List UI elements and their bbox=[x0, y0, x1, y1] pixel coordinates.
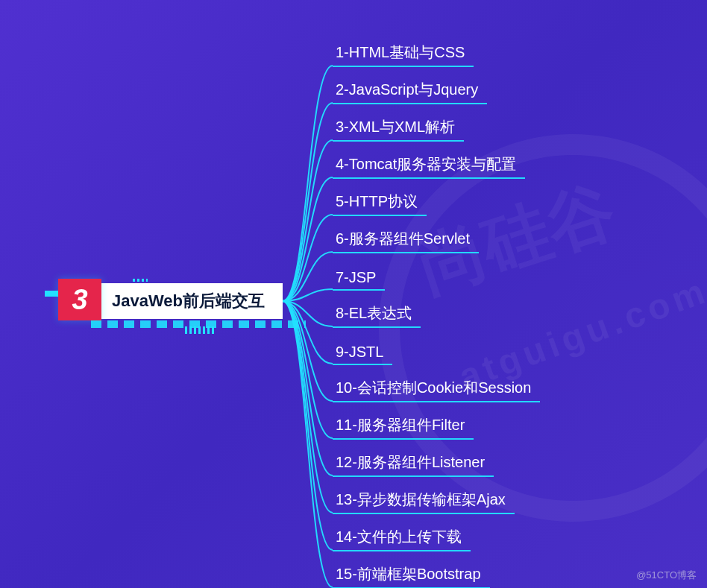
root-tick-bottom bbox=[185, 326, 215, 334]
child-label: 12-服务器组件Listener bbox=[336, 452, 485, 472]
child-node: 5-HTTP协议 bbox=[336, 179, 531, 216]
footer-watermark: @51CTO博客 bbox=[636, 569, 697, 582]
child-node: 13-异步数据传输框架Ajax bbox=[336, 477, 531, 514]
root-number: 3 bbox=[72, 284, 87, 316]
child-node: 3-XML与XML解析 bbox=[336, 104, 531, 142]
root-number-badge: 3 bbox=[58, 279, 101, 320]
child-node: 10-会话控制Cookie和Session bbox=[336, 365, 531, 402]
child-node: 11-服务器组件Filter bbox=[336, 402, 531, 440]
child-node: 9-JSTL bbox=[336, 328, 531, 365]
child-label: 15-前端框架Bootstrap bbox=[336, 564, 481, 584]
root-title: JavaWeb前后端交互 bbox=[112, 290, 265, 312]
children-container: 1-HTML基础与CSS2-JavaScript与Jquery3-XML与XML… bbox=[336, 30, 531, 588]
child-node: 2-JavaScript与Jquery bbox=[336, 67, 531, 104]
child-label: 7-JSP bbox=[336, 269, 376, 286]
child-node: 6-服务器组件Servlet bbox=[336, 216, 531, 253]
child-label: 8-EL表达式 bbox=[336, 303, 412, 323]
child-label: 9-JSTL bbox=[336, 344, 383, 361]
child-label: 5-HTTP协议 bbox=[336, 192, 418, 212]
child-node: 8-EL表达式 bbox=[336, 291, 531, 328]
child-label: 2-JavaScript与Jquery bbox=[336, 80, 478, 100]
child-node: 15-前端框架Bootstrap bbox=[336, 551, 531, 588]
child-label: 14-文件的上传下载 bbox=[336, 527, 462, 547]
child-label: 4-Tomcat服务器安装与配置 bbox=[336, 154, 516, 174]
child-label: 3-XML与XML解析 bbox=[336, 117, 455, 137]
root-title-box: JavaWeb前后端交互 bbox=[91, 283, 283, 319]
child-node: 7-JSP bbox=[336, 253, 531, 291]
child-label: 11-服务器组件Filter bbox=[336, 415, 465, 435]
child-label: 13-异步数据传输框架Ajax bbox=[336, 490, 506, 510]
root-tick-top bbox=[133, 279, 148, 282]
child-label: 1-HTML基础与CSS bbox=[336, 42, 465, 63]
child-node: 14-文件的上传下载 bbox=[336, 514, 531, 551]
child-node: 12-服务器组件Listener bbox=[336, 440, 531, 477]
child-label: 10-会话控制Cookie和Session bbox=[336, 378, 531, 398]
child-label: 6-服务器组件Servlet bbox=[336, 229, 470, 249]
child-node: 1-HTML基础与CSS bbox=[336, 30, 531, 67]
child-node: 4-Tomcat服务器安装与配置 bbox=[336, 142, 531, 179]
